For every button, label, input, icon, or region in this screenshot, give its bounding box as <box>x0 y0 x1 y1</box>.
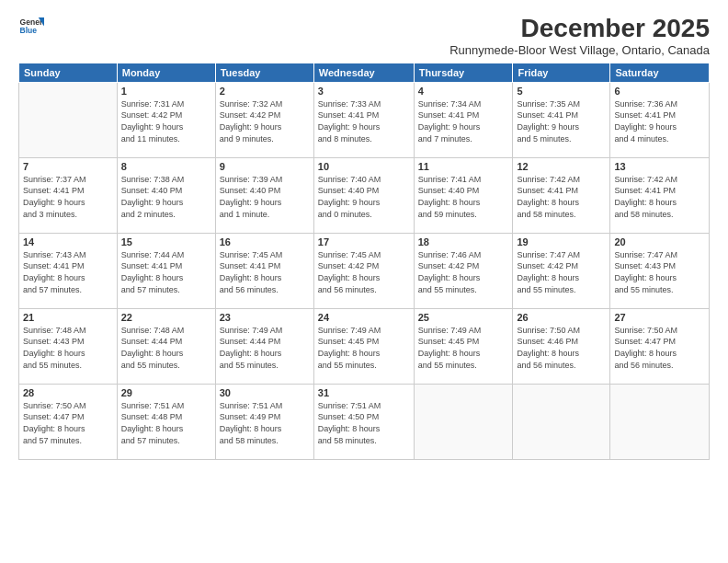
day-info: Sunrise: 7:50 AMSunset: 4:47 PMDaylight:… <box>23 400 113 446</box>
table-row: 11Sunrise: 7:41 AMSunset: 4:40 PMDayligh… <box>414 157 513 233</box>
calendar-week-row: 14Sunrise: 7:43 AMSunset: 4:41 PMDayligh… <box>19 233 710 308</box>
table-row: 29Sunrise: 7:51 AMSunset: 4:48 PMDayligh… <box>117 384 215 459</box>
day-number: 29 <box>121 387 211 398</box>
day-info: Sunrise: 7:40 AMSunset: 4:40 PMDaylight:… <box>318 174 410 220</box>
day-info: Sunrise: 7:36 AMSunset: 4:41 PMDaylight:… <box>614 98 705 144</box>
day-number: 4 <box>418 86 509 97</box>
day-info: Sunrise: 7:47 AMSunset: 4:43 PMDaylight:… <box>614 249 705 295</box>
col-wednesday: Wednesday <box>313 63 414 82</box>
svg-text:Blue: Blue <box>20 26 38 35</box>
day-info: Sunrise: 7:51 AMSunset: 4:50 PMDaylight:… <box>318 400 410 446</box>
table-row: 1Sunrise: 7:31 AMSunset: 4:42 PMDaylight… <box>117 82 215 157</box>
day-info: Sunrise: 7:45 AMSunset: 4:42 PMDaylight:… <box>318 249 410 295</box>
table-row: 2Sunrise: 7:32 AMSunset: 4:42 PMDaylight… <box>215 82 313 157</box>
day-number: 26 <box>517 312 606 323</box>
day-info: Sunrise: 7:44 AMSunset: 4:41 PMDaylight:… <box>121 249 211 295</box>
table-row <box>610 384 710 459</box>
table-row <box>414 384 513 459</box>
day-number: 30 <box>220 387 310 398</box>
col-friday: Friday <box>513 63 610 82</box>
day-number: 2 <box>220 86 310 97</box>
calendar-table: Sunday Monday Tuesday Wednesday Thursday… <box>18 63 710 460</box>
table-row: 31Sunrise: 7:51 AMSunset: 4:50 PMDayligh… <box>313 384 414 459</box>
day-info: Sunrise: 7:46 AMSunset: 4:42 PMDaylight:… <box>418 249 509 295</box>
day-number: 22 <box>121 312 211 323</box>
calendar-header-row: Sunday Monday Tuesday Wednesday Thursday… <box>19 63 710 82</box>
table-row: 5Sunrise: 7:35 AMSunset: 4:41 PMDaylight… <box>513 82 610 157</box>
day-number: 1 <box>121 86 211 97</box>
table-row: 13Sunrise: 7:42 AMSunset: 4:41 PMDayligh… <box>610 157 710 233</box>
day-number: 21 <box>23 312 113 323</box>
table-row: 21Sunrise: 7:48 AMSunset: 4:43 PMDayligh… <box>19 308 118 384</box>
col-sunday: Sunday <box>19 63 118 82</box>
day-number: 14 <box>23 236 113 247</box>
day-number: 19 <box>517 236 606 247</box>
table-row: 23Sunrise: 7:49 AMSunset: 4:44 PMDayligh… <box>215 308 313 384</box>
table-row: 20Sunrise: 7:47 AMSunset: 4:43 PMDayligh… <box>610 233 710 308</box>
day-number: 13 <box>614 161 705 172</box>
table-row: 15Sunrise: 7:44 AMSunset: 4:41 PMDayligh… <box>117 233 215 308</box>
day-number: 24 <box>318 312 410 323</box>
day-number: 20 <box>614 236 705 247</box>
calendar-week-row: 7Sunrise: 7:37 AMSunset: 4:41 PMDaylight… <box>19 157 710 233</box>
table-row: 18Sunrise: 7:46 AMSunset: 4:42 PMDayligh… <box>414 233 513 308</box>
day-info: Sunrise: 7:43 AMSunset: 4:41 PMDaylight:… <box>23 249 113 295</box>
day-number: 15 <box>121 236 211 247</box>
day-info: Sunrise: 7:42 AMSunset: 4:41 PMDaylight:… <box>517 174 606 220</box>
day-info: Sunrise: 7:49 AMSunset: 4:45 PMDaylight:… <box>318 325 410 371</box>
day-number: 7 <box>23 161 113 172</box>
day-info: Sunrise: 7:38 AMSunset: 4:40 PMDaylight:… <box>121 174 211 220</box>
col-tuesday: Tuesday <box>215 63 313 82</box>
day-info: Sunrise: 7:48 AMSunset: 4:43 PMDaylight:… <box>23 325 113 371</box>
day-number: 8 <box>121 161 211 172</box>
day-number: 23 <box>220 312 310 323</box>
day-number: 28 <box>23 387 113 398</box>
day-info: Sunrise: 7:50 AMSunset: 4:47 PMDaylight:… <box>614 325 705 371</box>
day-info: Sunrise: 7:45 AMSunset: 4:41 PMDaylight:… <box>220 249 310 295</box>
table-row: 12Sunrise: 7:42 AMSunset: 4:41 PMDayligh… <box>513 157 610 233</box>
logo-icon: General Blue <box>18 15 44 40</box>
table-row <box>19 82 118 157</box>
subtitle: Runnymede-Bloor West Village, Ontario, C… <box>449 43 710 57</box>
table-row: 16Sunrise: 7:45 AMSunset: 4:41 PMDayligh… <box>215 233 313 308</box>
table-row: 9Sunrise: 7:39 AMSunset: 4:40 PMDaylight… <box>215 157 313 233</box>
day-info: Sunrise: 7:47 AMSunset: 4:42 PMDaylight:… <box>517 249 606 295</box>
day-info: Sunrise: 7:51 AMSunset: 4:48 PMDaylight:… <box>121 400 211 446</box>
table-row: 28Sunrise: 7:50 AMSunset: 4:47 PMDayligh… <box>19 384 118 459</box>
day-info: Sunrise: 7:39 AMSunset: 4:40 PMDaylight:… <box>220 174 310 220</box>
table-row: 26Sunrise: 7:50 AMSunset: 4:46 PMDayligh… <box>513 308 610 384</box>
calendar-week-row: 1Sunrise: 7:31 AMSunset: 4:42 PMDaylight… <box>19 82 710 157</box>
day-info: Sunrise: 7:35 AMSunset: 4:41 PMDaylight:… <box>517 98 606 144</box>
calendar-week-row: 21Sunrise: 7:48 AMSunset: 4:43 PMDayligh… <box>19 308 710 384</box>
day-info: Sunrise: 7:34 AMSunset: 4:41 PMDaylight:… <box>418 98 509 144</box>
table-row: 22Sunrise: 7:48 AMSunset: 4:44 PMDayligh… <box>117 308 215 384</box>
day-number: 12 <box>517 161 606 172</box>
calendar-page: General Blue December 2025 Runnymede-Blo… <box>0 0 728 563</box>
day-number: 11 <box>418 161 509 172</box>
col-saturday: Saturday <box>610 63 710 82</box>
table-row: 10Sunrise: 7:40 AMSunset: 4:40 PMDayligh… <box>313 157 414 233</box>
day-info: Sunrise: 7:32 AMSunset: 4:42 PMDaylight:… <box>220 98 310 144</box>
day-info: Sunrise: 7:51 AMSunset: 4:49 PMDaylight:… <box>220 400 310 446</box>
calendar-week-row: 28Sunrise: 7:50 AMSunset: 4:47 PMDayligh… <box>19 384 710 459</box>
table-row: 4Sunrise: 7:34 AMSunset: 4:41 PMDaylight… <box>414 82 513 157</box>
day-info: Sunrise: 7:41 AMSunset: 4:40 PMDaylight:… <box>418 174 509 220</box>
day-info: Sunrise: 7:49 AMSunset: 4:45 PMDaylight:… <box>418 325 509 371</box>
col-monday: Monday <box>117 63 215 82</box>
day-number: 18 <box>418 236 509 247</box>
table-row: 27Sunrise: 7:50 AMSunset: 4:47 PMDayligh… <box>610 308 710 384</box>
table-row <box>513 384 610 459</box>
table-row: 17Sunrise: 7:45 AMSunset: 4:42 PMDayligh… <box>313 233 414 308</box>
header: General Blue December 2025 Runnymede-Blo… <box>18 15 710 57</box>
table-row: 7Sunrise: 7:37 AMSunset: 4:41 PMDaylight… <box>19 157 118 233</box>
day-info: Sunrise: 7:49 AMSunset: 4:44 PMDaylight:… <box>220 325 310 371</box>
day-number: 3 <box>318 86 410 97</box>
day-info: Sunrise: 7:37 AMSunset: 4:41 PMDaylight:… <box>23 174 113 220</box>
day-info: Sunrise: 7:50 AMSunset: 4:46 PMDaylight:… <box>517 325 606 371</box>
day-info: Sunrise: 7:48 AMSunset: 4:44 PMDaylight:… <box>121 325 211 371</box>
title-section: December 2025 Runnymede-Bloor West Villa… <box>449 15 710 57</box>
day-number: 16 <box>220 236 310 247</box>
table-row: 19Sunrise: 7:47 AMSunset: 4:42 PMDayligh… <box>513 233 610 308</box>
day-number: 6 <box>614 86 705 97</box>
table-row: 24Sunrise: 7:49 AMSunset: 4:45 PMDayligh… <box>313 308 414 384</box>
